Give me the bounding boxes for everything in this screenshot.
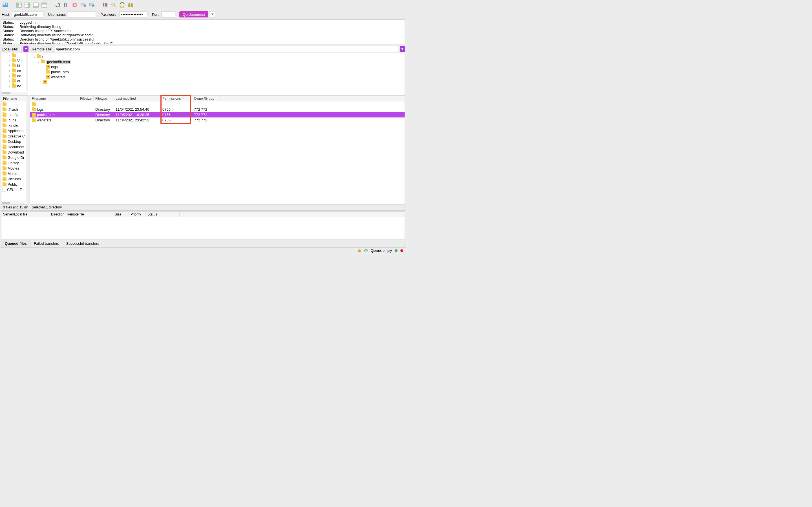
site-manager-icon[interactable]	[2, 1, 9, 9]
local-list-row[interactable]: .kindle	[1, 123, 28, 128]
local-list-row[interactable]: .Trash	[1, 107, 28, 112]
toggle-log-icon[interactable]	[41, 1, 48, 9]
local-list-row[interactable]: Google Dr	[1, 155, 28, 160]
queue-column[interactable]: Priority	[129, 212, 146, 217]
remote-tree-domain[interactable]: ⌄ geekto5k.com	[32, 59, 403, 64]
local-list-row[interactable]: .cups	[1, 117, 28, 123]
local-list-row[interactable]: Library	[1, 160, 28, 166]
process-queue-icon[interactable]	[63, 1, 70, 9]
refresh-icon[interactable]	[54, 1, 61, 9]
binoculars-icon[interactable]	[127, 1, 134, 9]
chevron-right-icon[interactable]: ›	[8, 74, 11, 77]
chevron-right-icon[interactable]: ›	[8, 84, 11, 88]
host-input[interactable]	[12, 11, 43, 17]
remote-list-row[interactable]: webstats Directory 11/04/2021 23:42:53 0…	[30, 117, 405, 123]
folder-icon	[46, 70, 50, 73]
toggle-remote-tree-icon[interactable]	[24, 1, 31, 9]
status-log[interactable]: Status:Logged inStatus:Retrieving direct…	[1, 19, 405, 44]
chevron-down-icon[interactable]: ⌄	[33, 55, 36, 58]
remote-site-dropdown[interactable]	[400, 46, 405, 52]
local-list-row[interactable]: Creative C	[1, 133, 28, 139]
chevron-right-icon[interactable]: ›	[8, 69, 11, 72]
chevron-right-icon[interactable]: ›	[8, 59, 11, 62]
remote-tree-item[interactable]: ?logs	[32, 64, 403, 69]
queue-column[interactable]: Status	[146, 212, 180, 217]
local-tree-item[interactable]: ›bi	[1, 63, 28, 68]
remote-column-filename[interactable]: Filename	[30, 96, 78, 101]
local-list-row[interactable]: Applicatio	[1, 128, 28, 133]
local-list-row[interactable]: Music	[1, 171, 28, 176]
username-input[interactable]	[68, 11, 96, 17]
remote-column-filesize[interactable]: Filesize	[78, 96, 94, 101]
local-tree-item[interactable]: ›ho	[1, 83, 28, 89]
remote-list-row[interactable]: ..	[30, 101, 405, 107]
tree-item-label: logs	[51, 65, 58, 69]
local-file-list[interactable]: Filename⌃ ...Trash.config.cups.kindleApp…	[1, 96, 28, 205]
toggle-local-tree-icon[interactable]	[15, 1, 22, 9]
compare-icon[interactable]	[118, 1, 126, 9]
scrollbar-horizontal[interactable]	[1, 202, 28, 204]
chevron-right-icon[interactable]: ›	[8, 79, 11, 82]
toggle-queue-icon[interactable]	[32, 1, 40, 9]
scrollbar-vertical[interactable]	[26, 53, 28, 91]
remote-file-list[interactable]: Filename Filesize Filetype Last modified…	[30, 96, 405, 205]
chevron-right-icon[interactable]: ›	[8, 64, 11, 67]
gear-icon[interactable]	[364, 249, 368, 252]
remote-tree-root[interactable]: ⌄ /	[32, 54, 403, 59]
local-list-row[interactable]: Pictures	[1, 176, 28, 182]
port-input[interactable]	[161, 11, 175, 17]
scrollbar-vertical[interactable]	[26, 96, 28, 201]
quickconnect-button[interactable]: Quickconnect	[179, 11, 208, 17]
local-list-row[interactable]: Public	[1, 182, 28, 187]
remote-column-lastmod[interactable]: Last modified	[114, 96, 161, 101]
remote-list-row[interactable]: logs Directory 11/04/2021 23:54:40 0755 …	[30, 107, 405, 112]
local-column-filename[interactable]: Filename⌃	[1, 96, 28, 101]
local-list-row[interactable]: Download	[1, 150, 28, 155]
queue-column[interactable]: Remote file	[65, 212, 113, 217]
chevron-right-icon[interactable]: ›	[8, 54, 11, 57]
local-list-row[interactable]: Movies	[1, 166, 28, 171]
remote-list-row[interactable]: public_html Directory 11/05/2021 10:20:2…	[30, 112, 405, 117]
local-tree-item[interactable]: ›Vo	[1, 58, 28, 63]
remote-tree-item[interactable]: ?	[32, 79, 403, 84]
local-list-row[interactable]: Document	[1, 144, 28, 150]
local-list-row[interactable]: .config	[1, 112, 28, 117]
local-tree-item[interactable]: ›	[1, 53, 28, 58]
cancel-icon[interactable]	[71, 1, 79, 9]
local-tree-item[interactable]: ›co	[1, 68, 28, 73]
tab-failed-transfers[interactable]: Failed transfers	[31, 240, 63, 247]
tree-item-label: et	[17, 79, 20, 83]
remote-tree[interactable]: ⌄ / ⌄ geekto5k.com ?logspublic_html?webs…	[30, 53, 405, 95]
filter-icon[interactable]	[101, 1, 109, 9]
remote-site-input[interactable]	[54, 46, 398, 52]
remote-column-filetype[interactable]: Filetype	[94, 96, 114, 101]
scrollbar-horizontal[interactable]	[1, 92, 28, 95]
local-list-row[interactable]: ..	[1, 101, 28, 107]
local-list-row[interactable]: Desktop	[1, 139, 28, 144]
tab-successful-transfers[interactable]: Successful transfers	[63, 240, 103, 247]
local-tree-item[interactable]: ›de	[1, 73, 28, 78]
local-tree[interactable]: ››Vo›bi›co›de›et›ho	[1, 53, 28, 95]
remote-tree-item[interactable]: public_html	[32, 69, 403, 74]
search-icon[interactable]	[110, 1, 117, 9]
chevron-down-icon[interactable]: ⌄	[37, 60, 40, 63]
quickconnect-history-dropdown[interactable]	[210, 11, 215, 17]
transfer-queue[interactable]: Server/Local fileDirectionRemote fileSiz…	[1, 211, 405, 239]
remote-column-owner[interactable]: Owner/Group	[192, 96, 220, 101]
queue-column[interactable]: Server/Local file	[1, 212, 49, 217]
queue-column[interactable]: Direction	[49, 212, 65, 217]
quickconnect-bar: Host: Username: Password: Port: Quickcon…	[0, 10, 406, 19]
local-tree-item[interactable]: ›et	[1, 78, 28, 83]
svg-rect-19	[81, 3, 85, 6]
local-site-input[interactable]	[20, 46, 22, 52]
queue-column[interactable]: Size	[113, 212, 129, 217]
local-site-dropdown[interactable]	[23, 46, 29, 52]
reconnect-icon[interactable]	[88, 1, 95, 9]
local-list-row[interactable]: CFUserTe	[1, 187, 28, 192]
remote-tree-item[interactable]: ?webstats	[32, 74, 403, 79]
disconnect-icon[interactable]	[80, 1, 87, 9]
tab-queued-files[interactable]: Queued files	[1, 240, 31, 247]
remote-column-permissions[interactable]: Permissions⌃	[161, 96, 192, 101]
svg-rect-17	[68, 3, 68, 7]
password-input[interactable]	[119, 11, 147, 17]
